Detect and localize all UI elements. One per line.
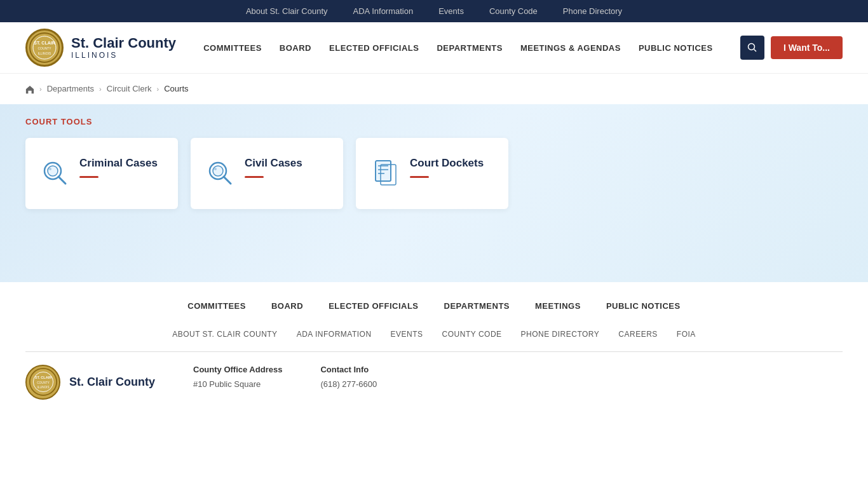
footer-phone[interactable]: PHONE DIRECTORY <box>521 330 600 339</box>
svg-point-5 <box>748 44 754 50</box>
footer-departments[interactable]: DEPARTMENTS <box>444 301 510 311</box>
svg-text:ILLINOIS: ILLINOIS <box>38 51 51 55</box>
logo-emblem: ST. CLAIR COUNTY ILLINOIS <box>25 29 64 67</box>
footer-address: County Office Address #10 Public Square <box>193 365 282 400</box>
svg-point-10 <box>49 168 51 170</box>
footer-elected[interactable]: ELECTED OFFICIALS <box>329 301 418 311</box>
breadcrumb-current: Courts <box>164 84 188 93</box>
footer-logo: ST. CLAIR COUNTY ILLINOIS St. Clair Coun… <box>25 365 155 400</box>
court-dockets-title: Court Dockets <box>410 157 484 170</box>
breadcrumb-circuit-clerk[interactable]: Circuit Clerk <box>107 84 152 93</box>
footer-public-notices[interactable]: PUBLIC NOTICES <box>606 301 681 311</box>
content-area: COURT TOOLS Criminal Cases <box>0 104 868 282</box>
bc-sep-1: › <box>39 85 42 93</box>
nav-departments[interactable]: DEPARTMENTS <box>429 38 510 58</box>
footer-board[interactable]: BOARD <box>271 301 303 311</box>
footer-nav-top: COMMITTEES BOARD ELECTED OFFICIALS DEPAR… <box>0 282 868 323</box>
nav-elected[interactable]: ELECTED OFFICIALS <box>322 38 426 58</box>
ada-link[interactable]: ADA Information <box>353 6 414 16</box>
footer-info: County Office Address #10 Public Square … <box>193 365 377 400</box>
svg-line-9 <box>58 177 65 184</box>
svg-point-8 <box>48 166 58 176</box>
phone-directory-link[interactable]: Phone Directory <box>563 6 622 16</box>
court-tools-label: COURT TOOLS <box>25 117 843 126</box>
about-link[interactable]: About St. Clair County <box>246 6 328 16</box>
tool-cards: Criminal Cases Civil Cases <box>25 138 843 209</box>
bc-sep-3: › <box>157 85 159 93</box>
footer-careers[interactable]: CAREERS <box>618 330 658 339</box>
footer-events[interactable]: EVENTS <box>391 330 423 339</box>
civil-cases-underline <box>245 176 264 178</box>
header: ST. CLAIR COUNTY ILLINOIS St. Clair Coun… <box>0 22 868 74</box>
footer-committees[interactable]: COMMITTEES <box>187 301 246 311</box>
court-dockets-underline <box>410 176 429 178</box>
svg-text:COUNTY: COUNTY <box>37 381 49 384</box>
criminal-magnify-icon <box>41 159 69 193</box>
criminal-cases-title: Criminal Cases <box>79 157 158 170</box>
footer-about[interactable]: ABOUT ST. CLAIR COUNTY <box>172 330 277 339</box>
nav-committees[interactable]: COMMITTEES <box>196 38 269 58</box>
nav-board[interactable]: BOARD <box>272 38 319 58</box>
search-icon <box>747 43 757 53</box>
logo[interactable]: ST. CLAIR COUNTY ILLINOIS St. Clair Coun… <box>25 29 176 67</box>
footer-bottom: ST. CLAIR COUNTY ILLINOIS St. Clair Coun… <box>0 352 868 412</box>
i-want-to-button[interactable]: I Want To... <box>771 36 843 59</box>
civil-cases-title: Civil Cases <box>245 157 302 170</box>
svg-text:ST. CLAIR: ST. CLAIR <box>34 41 55 45</box>
criminal-cases-content: Criminal Cases <box>79 157 158 178</box>
footer-foia[interactable]: FOIA <box>677 330 696 339</box>
search-button[interactable] <box>740 36 764 60</box>
seal-icon: ST. CLAIR COUNTY ILLINOIS <box>29 32 60 64</box>
svg-point-12 <box>213 166 223 176</box>
top-bar: About St. Clair County ADA Information E… <box>0 0 868 22</box>
footer-meetings[interactable]: MEETINGS <box>535 301 581 311</box>
svg-text:COUNTY: COUNTY <box>37 46 51 50</box>
breadcrumb: › Departments › Circuit Clerk › Courts <box>0 74 868 104</box>
footer-logo-text: St. Clair County <box>69 376 155 389</box>
home-icon <box>25 85 34 94</box>
civil-magnify-icon <box>207 159 234 193</box>
footer-ada[interactable]: ADA INFORMATION <box>297 330 372 339</box>
svg-line-6 <box>754 50 756 52</box>
nav-public-notices[interactable]: PUBLIC NOTICES <box>631 38 721 58</box>
footer-seal: ST. CLAIR COUNTY ILLINOIS <box>25 365 60 400</box>
nav-meetings[interactable]: MEETINGS & AGENDAS <box>513 38 628 58</box>
footer-nav-bottom: ABOUT ST. CLAIR COUNTY ADA INFORMATION E… <box>0 323 868 351</box>
civil-cases-card[interactable]: Civil Cases <box>191 138 343 209</box>
svg-text:ST. CLAIR: ST. CLAIR <box>34 376 51 379</box>
criminal-cases-underline <box>79 176 98 178</box>
main-nav: COMMITTEES BOARD ELECTED OFFICIALS DEPAR… <box>195 38 721 58</box>
bc-sep-2: › <box>99 85 102 93</box>
svg-rect-15 <box>376 161 391 181</box>
court-dockets-icon <box>372 159 400 193</box>
breadcrumb-departments[interactable]: Departments <box>47 84 94 93</box>
footer-county-code[interactable]: COUNTY CODE <box>442 330 502 339</box>
footer-contact: Contact Info (618) 277-6600 <box>320 365 377 400</box>
svg-line-13 <box>224 177 231 184</box>
svg-text:ILLINOIS: ILLINOIS <box>37 386 49 389</box>
criminal-cases-card[interactable]: Criminal Cases <box>25 138 178 209</box>
county-code-link[interactable]: County Code <box>489 6 538 16</box>
civil-cases-content: Civil Cases <box>245 157 302 178</box>
header-actions: I Want To... <box>740 36 843 60</box>
court-dockets-card[interactable]: Court Dockets <box>356 138 508 209</box>
court-dockets-content: Court Dockets <box>410 157 484 178</box>
logo-text: St. Clair County ILLINOIS <box>71 36 176 60</box>
events-link[interactable]: Events <box>438 6 464 16</box>
svg-point-14 <box>214 168 217 170</box>
breadcrumb-home[interactable] <box>25 84 34 94</box>
